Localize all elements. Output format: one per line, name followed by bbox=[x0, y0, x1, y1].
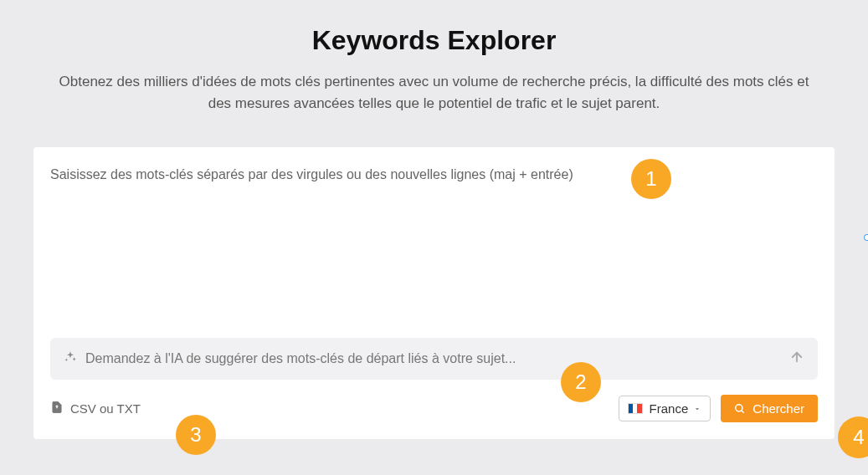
keywords-card: CSV ou TXT France bbox=[33, 147, 835, 439]
search-button-label: Chercher bbox=[752, 401, 804, 416]
submit-arrow-icon[interactable] bbox=[789, 350, 804, 368]
right-controls: France Chercher bbox=[619, 395, 818, 422]
france-flag-icon bbox=[628, 403, 643, 414]
page-subtitle: Obtenez des milliers d'idées de mots clé… bbox=[49, 71, 819, 114]
sparkle-icon bbox=[64, 350, 77, 367]
search-button[interactable]: Chercher bbox=[721, 395, 818, 422]
upload-label: CSV ou TXT bbox=[70, 401, 141, 416]
ai-suggest-input[interactable] bbox=[85, 351, 789, 366]
country-label: France bbox=[650, 401, 689, 416]
ai-suggest-bar bbox=[50, 338, 818, 380]
file-upload-icon bbox=[50, 400, 64, 417]
caret-down-icon bbox=[693, 401, 701, 416]
country-selector[interactable]: France bbox=[619, 396, 711, 421]
edge-marker bbox=[864, 234, 868, 241]
search-icon bbox=[734, 403, 746, 415]
svg-point-0 bbox=[736, 404, 742, 411]
annotation-2: 2 bbox=[561, 362, 601, 402]
annotation-3: 3 bbox=[176, 415, 216, 455]
upload-file-button[interactable]: CSV ou TXT bbox=[50, 400, 141, 417]
page-title: Keywords Explorer bbox=[33, 25, 835, 56]
annotation-1: 1 bbox=[631, 159, 671, 199]
svg-line-1 bbox=[742, 410, 744, 412]
bottom-controls: CSV ou TXT France bbox=[50, 395, 818, 422]
annotation-4: 4 bbox=[838, 416, 868, 458]
keywords-input[interactable] bbox=[50, 167, 818, 335]
